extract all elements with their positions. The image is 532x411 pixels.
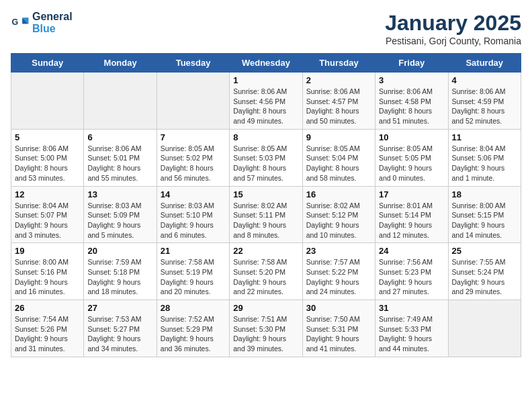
calendar-cell: 21Sunrise: 7:58 AM Sunset: 5:19 PM Dayli… — [157, 243, 229, 300]
day-detail: Sunrise: 8:06 AM Sunset: 5:01 PM Dayligh… — [87, 144, 152, 183]
calendar-cell: 7Sunrise: 8:05 AM Sunset: 5:02 PM Daylig… — [157, 129, 229, 186]
day-detail: Sunrise: 8:03 AM Sunset: 5:09 PM Dayligh… — [87, 201, 152, 240]
day-number: 16 — [306, 189, 371, 199]
day-number: 12 — [15, 189, 80, 199]
calendar-cell: 22Sunrise: 7:58 AM Sunset: 5:20 PM Dayli… — [230, 243, 302, 300]
day-number: 2 — [306, 75, 371, 85]
logo: G General Blue — [11, 11, 73, 36]
day-detail: Sunrise: 8:02 AM Sunset: 5:11 PM Dayligh… — [233, 201, 298, 240]
calendar-cell — [448, 300, 521, 357]
calendar-cell: 5Sunrise: 8:06 AM Sunset: 5:00 PM Daylig… — [11, 129, 84, 186]
calendar-cell: 13Sunrise: 8:03 AM Sunset: 5:09 PM Dayli… — [84, 186, 157, 243]
location-subtitle: Pestisani, Gorj County, Romania — [385, 36, 521, 46]
day-detail: Sunrise: 7:49 AM Sunset: 5:33 PM Dayligh… — [379, 314, 444, 354]
day-number: 17 — [379, 189, 444, 199]
weekday-header-saturday: Saturday — [448, 54, 521, 73]
day-detail: Sunrise: 7:57 AM Sunset: 5:22 PM Dayligh… — [306, 257, 371, 297]
day-detail: Sunrise: 7:58 AM Sunset: 5:19 PM Dayligh… — [161, 257, 226, 297]
calendar-cell: 27Sunrise: 7:53 AM Sunset: 5:27 PM Dayli… — [84, 300, 157, 357]
day-detail: Sunrise: 8:00 AM Sunset: 5:16 PM Dayligh… — [15, 257, 80, 297]
calendar-cell: 2Sunrise: 8:06 AM Sunset: 4:57 PM Daylig… — [302, 73, 375, 130]
day-number: 29 — [233, 303, 298, 313]
calendar-week-4: 19Sunrise: 8:00 AM Sunset: 5:16 PM Dayli… — [11, 243, 521, 300]
calendar-cell — [84, 73, 157, 130]
calendar-cell: 18Sunrise: 8:00 AM Sunset: 5:15 PM Dayli… — [448, 186, 521, 243]
calendar-week-2: 5Sunrise: 8:06 AM Sunset: 5:00 PM Daylig… — [11, 129, 521, 186]
calendar-cell: 1Sunrise: 8:06 AM Sunset: 4:56 PM Daylig… — [230, 73, 302, 130]
day-detail: Sunrise: 8:06 AM Sunset: 4:57 PM Dayligh… — [306, 87, 371, 126]
calendar-cell: 29Sunrise: 7:51 AM Sunset: 5:30 PM Dayli… — [230, 300, 302, 357]
day-number: 18 — [452, 189, 517, 199]
day-number: 5 — [15, 132, 80, 142]
calendar-cell: 8Sunrise: 8:05 AM Sunset: 5:03 PM Daylig… — [230, 129, 302, 186]
day-number: 8 — [233, 132, 298, 142]
day-number: 21 — [161, 246, 226, 256]
calendar-cell — [11, 73, 84, 130]
day-number: 28 — [161, 303, 226, 313]
day-detail: Sunrise: 8:04 AM Sunset: 5:06 PM Dayligh… — [452, 144, 517, 183]
calendar-cell: 11Sunrise: 8:04 AM Sunset: 5:06 PM Dayli… — [448, 129, 521, 186]
day-number: 20 — [87, 246, 152, 256]
day-detail: Sunrise: 8:02 AM Sunset: 5:12 PM Dayligh… — [306, 201, 371, 240]
calendar-cell: 20Sunrise: 7:59 AM Sunset: 5:18 PM Dayli… — [84, 243, 157, 300]
day-detail: Sunrise: 7:58 AM Sunset: 5:20 PM Dayligh… — [233, 257, 298, 297]
day-detail: Sunrise: 7:55 AM Sunset: 5:24 PM Dayligh… — [452, 257, 517, 297]
logo-general: General — [32, 11, 73, 23]
day-number: 1 — [233, 75, 298, 85]
day-detail: Sunrise: 8:05 AM Sunset: 5:02 PM Dayligh… — [161, 144, 226, 183]
day-number: 30 — [306, 303, 371, 313]
day-number: 15 — [233, 189, 298, 199]
day-detail: Sunrise: 7:51 AM Sunset: 5:30 PM Dayligh… — [233, 314, 298, 354]
calendar-cell: 4Sunrise: 8:06 AM Sunset: 4:59 PM Daylig… — [448, 73, 521, 130]
day-number: 25 — [452, 246, 517, 256]
day-number: 7 — [161, 132, 226, 142]
day-detail: Sunrise: 7:54 AM Sunset: 5:26 PM Dayligh… — [15, 314, 80, 354]
weekday-header-row: SundayMondayTuesdayWednesdayThursdayFrid… — [11, 54, 521, 73]
weekday-header-monday: Monday — [84, 54, 157, 73]
calendar-cell: 19Sunrise: 8:00 AM Sunset: 5:16 PM Dayli… — [11, 243, 84, 300]
calendar-week-3: 12Sunrise: 8:04 AM Sunset: 5:07 PM Dayli… — [11, 186, 521, 243]
day-detail: Sunrise: 8:05 AM Sunset: 5:04 PM Dayligh… — [306, 144, 371, 183]
calendar-cell: 17Sunrise: 8:01 AM Sunset: 5:14 PM Dayli… — [375, 186, 448, 243]
logo-icon: G — [11, 13, 30, 32]
day-number: 23 — [306, 246, 371, 256]
day-number: 19 — [15, 246, 80, 256]
weekday-header-thursday: Thursday — [302, 54, 375, 73]
day-detail: Sunrise: 8:04 AM Sunset: 5:07 PM Dayligh… — [15, 201, 80, 240]
weekday-header-wednesday: Wednesday — [230, 54, 302, 73]
calendar-cell — [157, 73, 229, 130]
calendar-week-1: 1Sunrise: 8:06 AM Sunset: 4:56 PM Daylig… — [11, 73, 521, 130]
calendar-cell: 31Sunrise: 7:49 AM Sunset: 5:33 PM Dayli… — [375, 300, 448, 357]
calendar-cell: 16Sunrise: 8:02 AM Sunset: 5:12 PM Dayli… — [302, 186, 375, 243]
calendar-cell: 10Sunrise: 8:05 AM Sunset: 5:05 PM Dayli… — [375, 129, 448, 186]
day-number: 11 — [452, 132, 517, 142]
day-number: 24 — [379, 246, 444, 256]
day-number: 9 — [306, 132, 371, 142]
day-number: 22 — [233, 246, 298, 256]
calendar-cell: 9Sunrise: 8:05 AM Sunset: 5:04 PM Daylig… — [302, 129, 375, 186]
calendar-cell: 26Sunrise: 7:54 AM Sunset: 5:26 PM Dayli… — [11, 300, 84, 357]
weekday-header-friday: Friday — [375, 54, 448, 73]
day-detail: Sunrise: 8:05 AM Sunset: 5:03 PM Dayligh… — [233, 144, 298, 183]
day-detail: Sunrise: 7:56 AM Sunset: 5:23 PM Dayligh… — [379, 257, 444, 297]
day-detail: Sunrise: 8:01 AM Sunset: 5:14 PM Dayligh… — [379, 201, 444, 240]
calendar-cell: 23Sunrise: 7:57 AM Sunset: 5:22 PM Dayli… — [302, 243, 375, 300]
calendar-table: SundayMondayTuesdayWednesdayThursdayFrid… — [11, 53, 521, 357]
page-header: G General Blue January 2025 Pestisani, G… — [11, 11, 521, 46]
day-detail: Sunrise: 7:50 AM Sunset: 5:31 PM Dayligh… — [306, 314, 371, 354]
calendar-cell: 6Sunrise: 8:06 AM Sunset: 5:01 PM Daylig… — [84, 129, 157, 186]
day-number: 3 — [379, 75, 444, 85]
logo-blue: Blue — [32, 23, 73, 35]
calendar-cell: 25Sunrise: 7:55 AM Sunset: 5:24 PM Dayli… — [448, 243, 521, 300]
month-title: January 2025 — [385, 11, 521, 36]
day-number: 31 — [379, 303, 444, 313]
day-number: 6 — [87, 132, 152, 142]
day-detail: Sunrise: 8:06 AM Sunset: 4:59 PM Dayligh… — [452, 87, 517, 126]
calendar-week-5: 26Sunrise: 7:54 AM Sunset: 5:26 PM Dayli… — [11, 300, 521, 357]
day-number: 14 — [161, 189, 226, 199]
day-detail: Sunrise: 7:53 AM Sunset: 5:27 PM Dayligh… — [87, 314, 152, 354]
day-detail: Sunrise: 8:05 AM Sunset: 5:05 PM Dayligh… — [379, 144, 444, 183]
day-number: 4 — [452, 75, 517, 85]
day-detail: Sunrise: 7:59 AM Sunset: 5:18 PM Dayligh… — [87, 257, 152, 297]
day-number: 27 — [87, 303, 152, 313]
